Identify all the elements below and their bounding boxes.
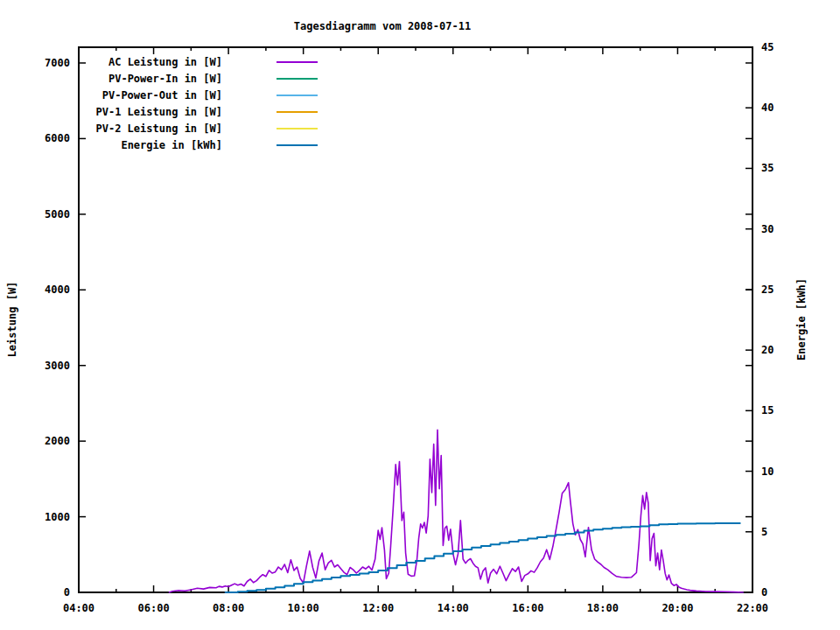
legend-label: PV-2 Leistung in [W] xyxy=(79,122,222,135)
x-tick-label: 10:00 xyxy=(272,602,335,614)
y1-tick-label: 5000 xyxy=(18,208,70,220)
legend-row: PV-1 Leistung in [W] xyxy=(79,105,320,119)
y1-tick-label: 1000 xyxy=(18,511,70,523)
chart-canvas: Tagesdiagramm vom 2008-07-11 Leistung [W… xyxy=(0,0,840,630)
legend-row: PV-Power-In in [W] xyxy=(79,72,320,86)
y1-tick-label: 7000 xyxy=(18,57,70,69)
x-tick-label: 14:00 xyxy=(422,602,485,614)
y2-tick-label: 15 xyxy=(761,404,814,416)
x-tick-label: 04:00 xyxy=(47,602,110,614)
legend-label: PV-Power-Out in [W] xyxy=(79,89,222,102)
legend-row: PV-Power-Out in [W] xyxy=(79,88,320,102)
legend-label: PV-Power-In in [W] xyxy=(79,73,222,85)
legend-label: Energie in [kWh] xyxy=(79,139,222,151)
legend-label: AC Leistung in [W] xyxy=(79,56,222,68)
legend-row: Energie in [kWh] xyxy=(79,138,320,152)
y2-tick-label: 0 xyxy=(761,586,814,598)
legend-row: AC Leistung in [W] xyxy=(79,55,320,69)
y2-tick-label: 30 xyxy=(761,223,814,235)
y2-tick-label: 45 xyxy=(761,41,814,53)
y2-tick-label: 35 xyxy=(761,162,814,174)
legend-line-sample xyxy=(276,78,318,80)
legend-row: PV-2 Leistung in [W] xyxy=(79,122,320,136)
y2-tick-label: 10 xyxy=(761,466,814,478)
x-tick-label: 06:00 xyxy=(122,602,186,614)
x-tick-label: 16:00 xyxy=(496,602,559,614)
series-ac-leistung-in-w- xyxy=(169,430,743,592)
legend-line-sample xyxy=(276,94,318,96)
x-tick-label: 22:00 xyxy=(721,602,784,614)
y2-tick-label: 25 xyxy=(761,284,814,296)
y2-tick-label: 5 xyxy=(761,526,814,538)
legend-line-sample xyxy=(276,61,318,63)
x-tick-label: 20:00 xyxy=(646,602,709,614)
x-tick-label: 08:00 xyxy=(197,602,260,614)
x-tick-label: 18:00 xyxy=(571,602,634,614)
legend-label: PV-1 Leistung in [W] xyxy=(79,106,222,118)
y1-tick-label: 0 xyxy=(18,586,70,598)
x-tick-label: 12:00 xyxy=(346,602,410,614)
y1-tick-label: 2000 xyxy=(18,435,70,447)
legend-line-sample xyxy=(276,111,318,113)
y1-tick-label: 3000 xyxy=(18,360,70,372)
y2-tick-label: 20 xyxy=(761,344,814,356)
y2-tick-label: 40 xyxy=(761,102,814,114)
legend-line-sample xyxy=(276,144,318,146)
legend-line-sample xyxy=(276,128,318,130)
y1-tick-label: 6000 xyxy=(18,132,70,144)
y1-tick-label: 4000 xyxy=(18,284,70,296)
